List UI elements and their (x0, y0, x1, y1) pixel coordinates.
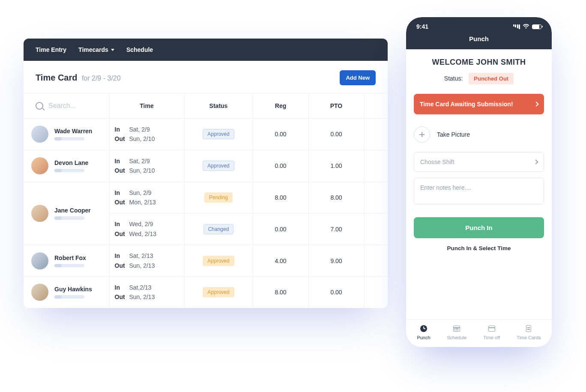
submission-alert[interactable]: Time Card Awaiting Submission! (414, 94, 544, 114)
status-badge: Pending (204, 192, 233, 203)
in-label: In (115, 251, 129, 260)
signal-icon (512, 24, 520, 29)
reg-value: 8.00 (275, 289, 286, 296)
in-time: Sun, 2/9 (129, 189, 152, 196)
status-line: Status: Punched Out (414, 73, 544, 84)
progress-bar (54, 295, 84, 299)
reg-value: 0.00 (275, 226, 286, 233)
nav-timecards-dropdown[interactable]: Timecards (78, 46, 114, 53)
progress-bar (54, 137, 84, 141)
calendar-icon (488, 326, 495, 332)
document-icon (526, 325, 531, 332)
status-badge: Approved (203, 287, 234, 297)
battery-icon (532, 24, 541, 29)
choose-shift-label: Chosse Shift (420, 159, 454, 165)
chevron-right-icon (534, 102, 538, 106)
in-time: Sat, 2/9 (129, 158, 150, 165)
in-label: In (115, 188, 129, 197)
reg-value: 8.00 (275, 194, 286, 201)
in-label: In (115, 283, 129, 292)
take-picture-label: Take Picture (437, 131, 470, 138)
add-new-button[interactable]: Add New (340, 70, 376, 85)
out-label: Out (115, 292, 129, 302)
pto-value: 8.00 (330, 194, 342, 201)
calendar-icon (453, 326, 460, 332)
avatar (31, 126, 48, 143)
avatar (31, 284, 48, 301)
person-name: Wade Warren (54, 128, 92, 135)
in-label: In (115, 219, 129, 229)
person-name: Jane Cooper (54, 207, 91, 214)
progress-bar (54, 169, 84, 172)
col-reg: Reg (253, 93, 308, 119)
out-time: Mon, 2/13 (129, 199, 156, 206)
tab-punch[interactable]: Punch (417, 325, 430, 340)
phone-mockup: 9:41 Punch WELCOME JOHN SMITH Status: Pu… (406, 17, 552, 347)
alert-text: Time Card Awaiting Submission! (420, 101, 513, 108)
table-row[interactable]: Jane CooperInSun, 2/9OutMon, 2/13Pending… (24, 182, 388, 213)
phone-screen-title: Punch (406, 32, 552, 49)
avatar (31, 157, 48, 174)
status-badge: Approved (203, 161, 234, 171)
phone-statusbar: 9:41 (406, 17, 552, 32)
choose-shift-select[interactable]: Chosse Shift (414, 152, 544, 172)
out-time: Sun, 2/10 (129, 135, 155, 142)
welcome-text: WELCOME JOHN SMITH (414, 58, 544, 67)
pto-value: 9.00 (330, 257, 342, 264)
person-name: Guy Hawkins (54, 286, 92, 293)
status-badge: Approved (203, 256, 234, 266)
out-label: Out (115, 229, 129, 239)
punch-in-button[interactable]: Punch In (414, 217, 544, 238)
statusbar-time: 9:41 (416, 23, 428, 30)
table-row[interactable]: Robert FoxInSat, 2/13OutSun, 2/13Approve… (24, 245, 388, 277)
out-time: Sun, 2/13 (129, 262, 155, 269)
col-time: Time (109, 93, 184, 119)
avatar (31, 205, 48, 222)
progress-bar (54, 216, 84, 220)
table-row[interactable]: Guy HawkinsInSat,2/13OutSun, 2/13Approve… (24, 276, 388, 308)
table-row[interactable]: Devon LaneInSat, 2/9OutSun, 2/10Approved… (24, 150, 388, 182)
punch-in-select-time[interactable]: Punch In & Select Time (414, 245, 544, 251)
nav-timecards-label: Timecards (78, 46, 108, 53)
page-titlebar: Time Card for 2/9 - 3/20 Add New (24, 61, 388, 93)
status-label: Status: (444, 75, 463, 82)
take-picture-button[interactable]: Take Picture (414, 126, 544, 143)
nav-time-entry[interactable]: Time Entry (36, 46, 66, 53)
col-status: Status (184, 93, 253, 119)
nav-schedule[interactable]: Schedule (126, 46, 153, 53)
chevron-down-icon (111, 49, 114, 51)
tab-schedule[interactable]: Schedule (447, 325, 466, 340)
pto-value: 7.00 (330, 226, 342, 233)
notes-input[interactable] (414, 178, 544, 204)
timecard-table: Time Status Reg PTO Wade WarrenInSat, 2/… (24, 93, 388, 308)
tab-time-cards[interactable]: Time Cards (517, 325, 541, 340)
tab-punch-label: Punch (417, 335, 430, 340)
out-time: Wed, 2/13 (129, 230, 157, 237)
date-range: for 2/9 - 3/20 (82, 75, 121, 82)
pto-value: 1.00 (330, 162, 342, 169)
status-badge: Punched Out (469, 73, 514, 84)
col-pto: PTO (308, 93, 364, 119)
progress-bar (54, 264, 84, 267)
desktop-window: Time Entry Timecards Schedule Time Card … (24, 39, 388, 308)
out-label: Out (115, 197, 129, 207)
wifi-icon (523, 24, 529, 29)
in-time: Sat, 2/9 (129, 126, 150, 133)
reg-value: 0.00 (275, 131, 286, 138)
search-icon (36, 102, 43, 110)
in-label: In (115, 156, 129, 166)
tab-time-off[interactable]: Time off (483, 325, 500, 340)
pto-value: 0.00 (330, 289, 342, 296)
out-time: Sun, 2/13 (129, 293, 155, 300)
out-label: Out (115, 166, 129, 175)
out-label: Out (115, 261, 129, 270)
table-row[interactable]: Wade WarrenInSat, 2/9OutSun, 2/10Approve… (24, 119, 388, 150)
status-badge: Approved (203, 129, 234, 139)
out-time: Sun, 2/10 (129, 167, 155, 174)
status-badge: Changed (203, 224, 234, 234)
plus-icon (414, 126, 430, 143)
tab-time-off-label: Time off (483, 335, 500, 340)
search-input[interactable] (48, 102, 100, 110)
phone-header: 9:41 Punch (406, 17, 552, 49)
avatar (31, 252, 48, 269)
